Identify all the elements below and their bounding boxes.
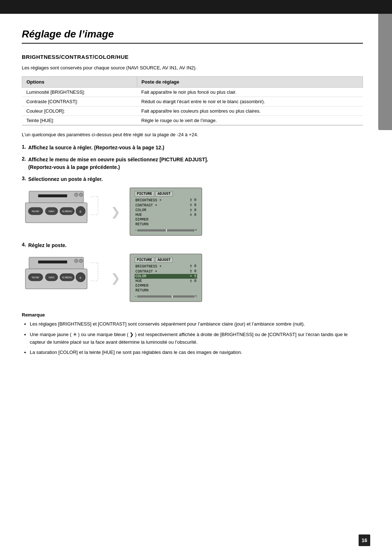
device-svg-2: NV/AV NAVI N.MENU E xyxy=(22,255,102,299)
device-svg-1: NV/AV NAVI N.MENU E xyxy=(22,189,102,233)
svg-point-19 xyxy=(79,259,83,263)
step-2-text: Affichez le menu de mise en oeuvre puis … xyxy=(28,156,208,171)
svg-point-3 xyxy=(79,193,83,197)
menu1-title: PICTURE ADJUST xyxy=(135,191,197,197)
arrow-right-1: ❯ xyxy=(111,205,121,219)
svg-text:E: E xyxy=(79,210,81,213)
diagram-2: NV/AV NAVI N.MENU E ❯ PICTURE ADJUST BRI… xyxy=(22,254,363,302)
menu1-row-dimmer: DIMMER xyxy=(135,217,197,222)
svg-text:NV/AV: NV/AV xyxy=(32,276,40,279)
page-title: Réglage de l’image xyxy=(22,28,363,44)
menu2-row-contrast: CONTRAST ☀± 0 xyxy=(135,269,197,274)
intro-text: Les réglages sont conservés pour chaque … xyxy=(22,65,363,70)
menu2-bar: – + xyxy=(135,295,197,298)
remark-section: Remarque Les réglages [BRIGHTNESS] et [C… xyxy=(22,312,363,356)
menu2-row-hue: HUE± 0 xyxy=(135,279,197,283)
menu1-row-return: RETURN xyxy=(135,222,197,227)
svg-point-2 xyxy=(74,193,78,197)
svg-text:N.MENU: N.MENU xyxy=(62,210,72,213)
device-illustration-1: NV/AV NAVI N.MENU E xyxy=(22,189,102,234)
menu1-row-contrast: CONTRAST ☀± 0 xyxy=(135,203,197,208)
menu1-bar: – + xyxy=(135,229,197,232)
svg-rect-1 xyxy=(38,194,67,197)
table-row: Teinte [HUE]:Règle le rouge ou le vert d… xyxy=(22,116,363,125)
options-table: Options Poste de réglage Luminosité [BRI… xyxy=(22,76,363,125)
svg-text:NAVI: NAVI xyxy=(49,210,54,213)
section-heading: BRIGHTNESS/CONTRAST/COLOR/HUE xyxy=(22,54,363,60)
menu1-row-hue: HUE± 0 xyxy=(135,213,197,217)
svg-text:NAVI: NAVI xyxy=(49,276,54,279)
step-2: 2. Affichez le menu de mise en oeuvre pu… xyxy=(22,156,363,171)
menu2-title: PICTURE ADJUST xyxy=(135,257,197,263)
step-4-text: Réglez le poste. xyxy=(28,242,67,249)
svg-rect-17 xyxy=(38,261,67,263)
menu2-row-color-selected: COLOR+ 5 xyxy=(135,274,197,279)
col-options: Options xyxy=(22,77,137,88)
diagram-1: NV/AV NAVI N.MENU E ❯ PICTURE AD xyxy=(22,187,363,236)
screen-2: PICTURE ADJUST BRIGHTNESS ☀± 0 CONTRAST … xyxy=(130,254,202,302)
step-3: 3. Sélectionnez un poste à régler. xyxy=(22,175,363,183)
step-1-text: Affichez la source à régler. (Reportez-v… xyxy=(28,144,164,152)
svg-point-18 xyxy=(74,259,78,263)
menu1-row-color: COLOR± 0 xyxy=(135,208,197,213)
remark-bullet: La saturation [COLOR] et la teinte [HUE]… xyxy=(30,349,363,356)
table-row: Contraste [CONTRAST]:Réduit ou élargit l… xyxy=(22,97,363,106)
step-3-text: Sélectionnez un poste à régler. xyxy=(28,175,103,183)
right-bar xyxy=(378,14,392,130)
step-4: 4. Réglez le poste. xyxy=(22,242,363,249)
col-reglage: Poste de réglage xyxy=(137,77,363,88)
menu2-row-brightness: BRIGHTNESS ☀± 0 xyxy=(135,264,197,269)
remark-bullet: Une marque jaune ( ✳ ) ou une marque ble… xyxy=(30,331,363,346)
remark-list: Les réglages [BRIGHTNESS] et [CONTRAST] … xyxy=(22,320,363,356)
table-row: Luminosité [BRIGHTNESS]:Fait apparaître … xyxy=(22,88,363,97)
screen-1: PICTURE ADJUST BRIGHTNESS ☀± 0 CONTRAST … xyxy=(130,187,202,236)
arrow-right-2: ❯ xyxy=(111,271,121,285)
menu2-row-return: RETURN xyxy=(135,288,197,293)
svg-text:NV/AV: NV/AV xyxy=(32,210,40,213)
page-content: Réglage de l’image BRIGHTNESS/CONTRAST/C… xyxy=(0,14,392,374)
range-text: L’un quelconque des paramètres ci-dessus… xyxy=(22,132,363,137)
page-number: 16 xyxy=(359,534,370,546)
menu1-row-brightness: BRIGHTNESS ☀± 0 xyxy=(135,198,197,203)
table-row: Couleur [COLOR]:Fait apparaître les coul… xyxy=(22,106,363,116)
device-illustration-2: NV/AV NAVI N.MENU E xyxy=(22,255,102,300)
step-1: 1. Affichez la source à régler. (Reporte… xyxy=(22,144,363,152)
svg-text:N.MENU: N.MENU xyxy=(62,276,72,279)
remark-heading: Remarque xyxy=(22,312,363,318)
top-bar xyxy=(0,0,392,14)
menu2-row-dimmer: DIMMER xyxy=(135,283,197,288)
svg-text:E: E xyxy=(79,276,81,279)
remark-bullet: Les réglages [BRIGHTNESS] et [CONTRAST] … xyxy=(30,320,363,328)
